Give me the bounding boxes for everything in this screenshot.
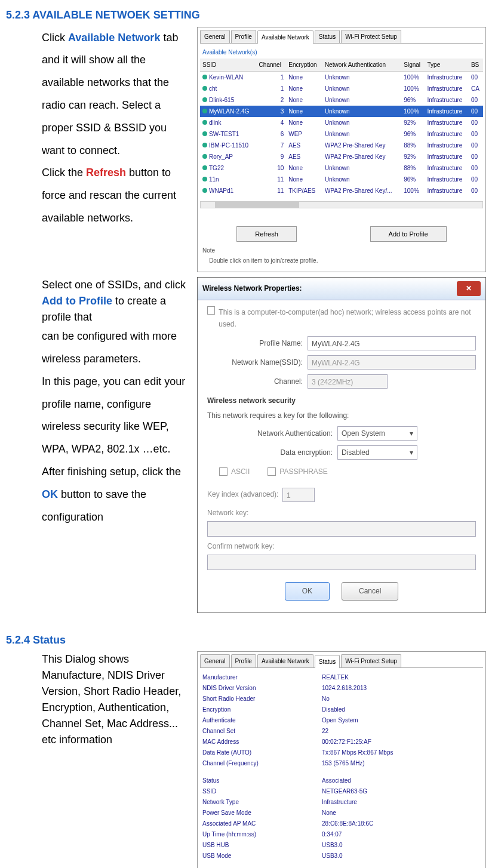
tab-general[interactable]: General [200, 30, 230, 43]
enc-value: Disabled [342, 447, 370, 458]
col-ssid: SSID [200, 59, 257, 72]
tab-bar: General Profile Available Network Status… [200, 30, 483, 44]
profile-name-input[interactable]: MyWLAN-2.4G [308, 336, 476, 350]
table-row[interactable]: TG2210NoneUnknown88%Infrastructure00 [200, 162, 483, 174]
para-1: Click Available Network tab and it will … [42, 27, 190, 162]
col-bs: BS [469, 59, 483, 72]
tab-available-network[interactable]: Available Network [257, 654, 313, 667]
para-2c: can be configured with more wireless par… [42, 325, 190, 371]
status-row: NDIS Driver Version1024.2.618.2013 [202, 683, 481, 693]
table-row[interactable]: SW-TEST16WEPUnknown96%Infrastructure00 [200, 128, 483, 140]
auth-label: Network Authentication: [207, 427, 333, 439]
table-row[interactable]: dlink4NoneUnknown92%Infrastructure00 [200, 117, 483, 128]
status-row: StatusAssociated [202, 775, 481, 786]
tab-wifi-protect-setup[interactable]: Wi-Fi Protect Setup [341, 654, 401, 667]
para-status: This Dialog shows Manufacture, NDIS Driv… [42, 651, 190, 748]
status-row: Network TypeInfrastructure [202, 797, 481, 807]
tab-profile[interactable]: Profile [231, 654, 256, 667]
para-1b: Click the Refresh button to force and re… [42, 162, 190, 229]
ascii-label: ASCII [231, 466, 250, 478]
table-row[interactable]: MyWLAN-2.4G3NoneUnknown100%Infrastructur… [200, 106, 483, 117]
passphrase-label: PASSPHRASE [279, 466, 327, 478]
profile-name-label: Profile Name: [207, 337, 303, 349]
key-index-select: 1 [282, 488, 315, 502]
adhoc-checkbox[interactable] [207, 306, 215, 315]
text: button to save the configuration [42, 488, 146, 523]
col-signal: Signal [401, 59, 425, 72]
passphrase-checkbox[interactable] [268, 467, 276, 476]
status-row: ManufacturerREALTEK [202, 672, 481, 682]
wireless-security-header: Wireless network security [207, 395, 476, 407]
table-row[interactable]: IBM-PC-115107AESWPA2 Pre-Shared Key88%In… [200, 140, 483, 151]
ssid-input: MyWLAN-2.4G [308, 355, 476, 370]
table-row[interactable]: Kevin-WLAN1NoneUnknown100%Infrastructure… [200, 71, 483, 83]
section-title-status: 5.2.4 Status [6, 631, 486, 650]
table-row[interactable]: Dlink-6152NoneUnknown96%Infrastructure00 [200, 94, 483, 106]
tab-bar-2: General Profile Available Network Status… [200, 654, 483, 668]
note-text: Double click on item to join/create prof… [209, 257, 318, 264]
auth-select[interactable]: Open System▾ [337, 426, 417, 441]
chevron-down-icon: ▾ [410, 427, 413, 439]
networks-table[interactable]: SSID Channel Encryption Network Authenti… [200, 59, 483, 196]
col-auth: Network Authentication [322, 59, 401, 72]
enc-select[interactable]: Disabled▾ [337, 445, 417, 460]
refresh-button[interactable]: Refresh [236, 226, 297, 242]
status-row: SSIDNETGEAR63-5G [202, 786, 481, 796]
status-row: MAC Address00:02:72:F1:25:AF [202, 737, 481, 747]
table-row[interactable]: cht1NoneUnknown100%InfrastructureCA [200, 83, 483, 94]
text: tab and it will show all the available n… [42, 32, 178, 156]
tab-general[interactable]: General [200, 654, 230, 667]
status-row: Short Radio HeaderNo [202, 694, 481, 704]
col-type: Type [425, 59, 469, 72]
screenshot-status: General Profile Available Network Status… [197, 651, 486, 868]
section-title-available-network: 5.2.3 AVAILABLE NETWOEK SETTING [6, 6, 486, 24]
confirm-network-key-input [207, 555, 476, 570]
ok-button[interactable]: OK [285, 582, 330, 600]
status-row: Channel (Frequency)153 (5765 MHz) [202, 758, 481, 768]
tab-wifi-protect-setup[interactable]: Wi-Fi Protect Setup [341, 30, 401, 43]
table-row[interactable]: 11n11NoneUnknown96%Infrastructure00 [200, 174, 483, 185]
auth-value: Open System [342, 427, 385, 439]
cancel-button[interactable]: Cancel [342, 582, 398, 600]
add-to-profile-button[interactable]: Add to Profile [370, 226, 447, 242]
close-icon[interactable]: ✕ [457, 281, 481, 296]
status-row: USB ModeUSB3.0 [202, 851, 481, 861]
screenshot-available-network: General Profile Available Network Status… [197, 27, 486, 273]
tab-status[interactable]: Status [315, 30, 340, 43]
horizontal-scrollbar[interactable] [200, 201, 483, 208]
table-row[interactable]: WNAPd111TKIP/AESWPA2 Pre-Shared Key/...1… [200, 185, 483, 196]
col-encryption: Encryption [286, 59, 322, 72]
status-row: Data Rate (AUTO)Tx:867 Mbps Rx:867 Mbps [202, 747, 481, 758]
text: In this page, you can edit your profile … [42, 375, 185, 478]
available-networks-label: Available Network(s) [202, 47, 483, 57]
key-index-label: Key index (advanced): [207, 488, 278, 500]
kw-add-to-profile: Add to Profile [42, 295, 112, 307]
status-row: Power Save ModeNone [202, 808, 481, 818]
network-key-input [207, 521, 476, 537]
kw-ok: OK [42, 488, 58, 500]
channel-label: Channel: [207, 375, 303, 387]
status-row: Channel Set22 [202, 726, 481, 736]
text: Click the [42, 167, 86, 178]
chevron-down-icon: ▾ [410, 447, 413, 458]
enc-label: Data encryption: [207, 447, 333, 458]
text: Click [42, 32, 68, 44]
kw-available-network: Available Network [68, 32, 160, 44]
tab-profile[interactable]: Profile [231, 30, 256, 43]
tab-status[interactable]: Status [315, 655, 340, 668]
note-label: Note [202, 247, 215, 254]
confirm-network-key-label: Confirm network key: [207, 542, 275, 550]
status-row: Associated AP MAC28:C6:8E:8A:18:6C [202, 818, 481, 829]
tab-available-network[interactable]: Available Network [257, 30, 313, 44]
para-2d: In this page, you can edit your profile … [42, 371, 190, 529]
table-row[interactable]: Rory_AP9AESWPA2 Pre-Shared Key92%Infrast… [200, 151, 483, 162]
status-row: USB HUBUSB3.0 [202, 840, 481, 850]
ascii-checkbox[interactable] [219, 467, 228, 476]
status-row: EncryptionDisabled [202, 704, 481, 715]
wireless-security-sub: This network requires a key for the foll… [207, 410, 476, 421]
ssid-label: Network Name(SSID): [207, 356, 303, 368]
para-2a: Select one of SSIDs, and click Add to Pr… [42, 277, 190, 325]
status-row: Up Time (hh:mm:ss)0:34:07 [202, 829, 481, 839]
network-key-label: Network key: [207, 509, 248, 517]
status-row: AuthenticateOpen System [202, 715, 481, 725]
